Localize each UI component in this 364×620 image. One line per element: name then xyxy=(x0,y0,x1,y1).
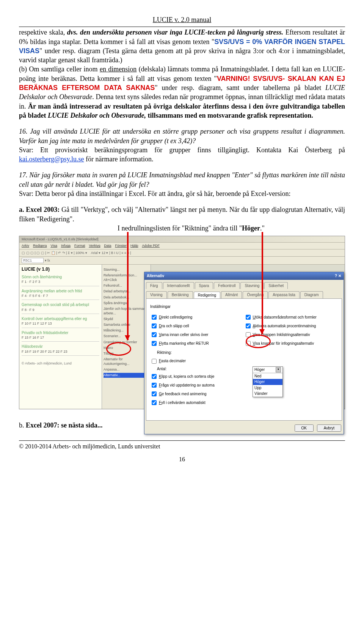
riktning-dropdown[interactable]: Höger ▾ NedHögerUppVänster xyxy=(253,366,283,397)
verktyg-menu-item[interactable]: Samarbeta online xyxy=(104,322,149,327)
sheet-group: Privatliv och fritidsaktiviteter xyxy=(22,330,99,336)
dialog-checkbox[interactable] xyxy=(152,332,157,337)
dialog-tab[interactable]: Internationellt xyxy=(163,282,194,289)
menu-item[interactable]: Hjälp xyxy=(130,244,138,248)
menu-item[interactable]: Format xyxy=(74,244,85,248)
ok-button[interactable]: OK xyxy=(295,424,314,432)
dialog-tab[interactable]: Diagram xyxy=(300,291,323,298)
chevron-down-icon[interactable]: ▾ xyxy=(276,367,281,372)
verktyg-menu-item[interactable]: Dela arbetsbok... xyxy=(104,295,149,300)
dialog-tab[interactable]: Beräkning xyxy=(168,291,193,298)
menu-item[interactable]: Visa xyxy=(51,244,57,248)
dialog-checkbox-label: Dra och släpp cell xyxy=(159,323,189,329)
menu-item[interactable]: Data xyxy=(104,244,111,248)
verktyg-menu-item[interactable]: Felkontroll... xyxy=(104,283,149,288)
menu-item[interactable]: Verktyg xyxy=(89,244,100,248)
p4-line2c: ." xyxy=(260,224,265,232)
q16-ans-a: Svar: Ett provisoriskt beräkningsprogram… xyxy=(19,146,345,154)
paragraph-4: a. Excel 2003: Gå till "Verktyg", och vä… xyxy=(19,205,345,233)
dialog-checkbox[interactable] xyxy=(152,341,157,346)
dialog-checkbox[interactable] xyxy=(152,400,157,405)
fasta-label: Fasta decimaler xyxy=(159,358,186,364)
dialog-checkbox-label: Fråga vid uppdatering av automa xyxy=(159,383,215,388)
excel-namebox-row: R5C1 ▾ fx xyxy=(19,257,345,265)
sheet-footer: © Arbets- och miljömedicin, Lund xyxy=(22,361,99,366)
dialog-tab[interactable]: Säkerhet xyxy=(264,282,288,289)
p1-k: " under resp. diagram, samt under tabell… xyxy=(155,84,325,92)
dropdown-option[interactable]: Vänster xyxy=(253,391,282,397)
annotation-arrow-right xyxy=(262,232,263,334)
paragraph-3: 17. När jag försöker mata in svaren på L… xyxy=(19,170,345,198)
dropdown-option[interactable]: Höger xyxy=(253,379,282,385)
dialog-close-icon[interactable]: ✕ xyxy=(338,274,341,278)
verktyg-menu-item[interactable]: Spåra ändringar xyxy=(104,301,149,305)
p4-line2b: Höger xyxy=(242,224,260,232)
menu-item[interactable]: Fönster xyxy=(115,244,127,248)
dialog-checkbox[interactable] xyxy=(152,323,157,328)
dialog-tab[interactable]: Färg xyxy=(146,282,162,289)
page-footer: © 2010-2014 Arbets- och miljömedicin, Lu… xyxy=(19,440,345,451)
dialog-tab[interactable]: Allmänt xyxy=(221,291,242,298)
verktyg-menu-item[interactable]: Anpassa... xyxy=(104,367,149,372)
zoom-value: 100% xyxy=(75,251,84,255)
verktyg-menu-item[interactable]: Delad arbetsyta... xyxy=(104,289,149,293)
fasta-checkbox[interactable] xyxy=(152,359,157,364)
font-size: 12 xyxy=(102,251,105,255)
menu-item[interactable]: Redigera xyxy=(33,244,47,248)
dialog-checkbox[interactable] xyxy=(246,315,251,320)
sheet-group: Kontroll över arbetsuppgifterna eller eg xyxy=(22,316,99,322)
sheet-codes: F 15 F 16 F 17 xyxy=(22,335,99,340)
verktyg-menu-item[interactable]: Alternativ... xyxy=(104,373,149,377)
dialog-tab[interactable]: Redigering xyxy=(194,292,220,299)
verktyg-menu-item[interactable]: Målsökning... xyxy=(104,328,149,333)
dialog-help-icon[interactable]: ? xyxy=(335,274,337,278)
verktyg-menu-item[interactable]: Jämför och koppla samman arbete... xyxy=(104,306,149,316)
dialog-tab[interactable]: Övergång xyxy=(243,291,268,298)
sheet-codes: F 18 F 19 F 20 F 21 F 22 F 23 xyxy=(22,349,99,354)
cancel-button[interactable]: Avbryt xyxy=(317,424,341,432)
menu-item[interactable]: Adobe PDF xyxy=(142,244,160,248)
sheet-codes: F 10 F 11 F 12 F 13 xyxy=(22,321,99,326)
dialog-tab[interactable]: Anpassa lista xyxy=(268,291,299,298)
q16-ans-b: för närmare information. xyxy=(84,155,154,163)
verktyg-menu-item[interactable]: Alternativ för Autokorrigering... xyxy=(104,357,149,366)
q17: 17. När jag försöker mata in svaren på L… xyxy=(19,171,345,188)
p1-h: (delskala) lämnats tomma xyxy=(136,65,210,73)
dialog-checkbox[interactable] xyxy=(152,315,157,320)
dialog-tab[interactable]: Felkontroll xyxy=(214,282,240,289)
dropdown-option[interactable]: Upp xyxy=(253,385,282,391)
annotation-circle-alternativ xyxy=(106,342,131,356)
p4-lead: a. xyxy=(19,206,26,213)
p1-e: " under resp. diagram (Testa gärna detta… xyxy=(19,47,345,64)
dialog-checkbox[interactable] xyxy=(152,391,157,396)
dialog-checkbox[interactable] xyxy=(152,374,157,379)
dialog-checkbox-label: Klipp ut, kopiera och sortera obje xyxy=(159,374,214,379)
p1-a: respektive skala, xyxy=(19,28,67,36)
menu-item[interactable]: Arkiv xyxy=(22,244,29,248)
dropdown-display: Höger xyxy=(254,367,265,372)
riktning-label: Riktning: xyxy=(157,350,172,355)
verktyg-menu-item[interactable]: Skydd xyxy=(104,317,149,321)
sheet-group: Sömn och återhämtning xyxy=(22,275,99,280)
dialog-checkbox-label: Flytta markering efter RETUR xyxy=(159,341,209,346)
page-number: 16 xyxy=(19,455,345,464)
font-name: Arial xyxy=(91,251,98,255)
menu-item[interactable]: Infoga xyxy=(61,244,71,248)
excel-menubar: ArkivRedigeraVisaInfogaFormatVerktygData… xyxy=(19,243,345,249)
excel-sheet-left: LUCIE (v 1.0) Sömn och återhämtningF 1 ·… xyxy=(19,265,102,409)
dialog-tab[interactable]: Spara xyxy=(195,282,213,289)
verktyg-menu-item[interactable]: Referensinformation... Alt+Click xyxy=(104,273,149,282)
dialog-tab[interactable]: Stavning xyxy=(240,282,264,289)
dialog-checkbox[interactable] xyxy=(246,323,251,328)
sheet-group: Hälsobesvär xyxy=(22,344,99,349)
p5-lead: b. xyxy=(19,421,26,429)
p1-b: dvs. den undersökta personen visar inga … xyxy=(67,28,283,36)
p1-o: LUCIE Delskalor och Obesvarade, xyxy=(48,112,146,119)
dialog-checkbox[interactable] xyxy=(152,383,157,388)
page-header: LUCIE v. 2.0 manual xyxy=(19,15,345,27)
verktyg-menu-item[interactable]: Stavning... xyxy=(104,267,149,272)
dialog-tab[interactable]: Visning xyxy=(146,291,167,298)
p4-excel: Excel 2003: xyxy=(26,206,60,213)
dropdown-option[interactable]: Ned xyxy=(253,373,282,379)
email-link[interactable]: kai.osterberg@psy.lu.se xyxy=(19,155,84,163)
